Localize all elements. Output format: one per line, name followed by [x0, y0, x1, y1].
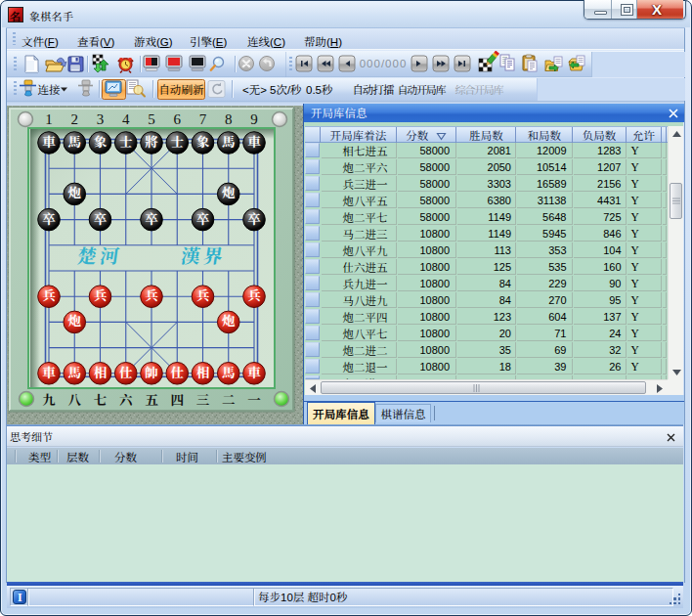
svg-text:車: 車: [42, 131, 56, 151]
svg-text:二: 二: [222, 389, 236, 409]
svg-text:將: 將: [145, 131, 158, 151]
svg-text:6: 6: [174, 111, 182, 127]
svg-text:9: 9: [250, 111, 258, 127]
svg-text:兵: 兵: [247, 285, 261, 304]
svg-text:五: 五: [145, 389, 158, 409]
svg-text:卒: 卒: [145, 208, 158, 228]
svg-text:四: 四: [171, 389, 185, 409]
svg-text:4: 4: [122, 111, 130, 127]
svg-text:九: 九: [42, 389, 56, 409]
svg-text:兵: 兵: [94, 285, 108, 304]
svg-text:卒: 卒: [196, 208, 210, 228]
svg-text:5: 5: [148, 111, 155, 127]
svg-text:帥: 帥: [145, 362, 158, 381]
svg-text:自动开局库: 自动开局库: [398, 81, 447, 97]
svg-text:7: 7: [199, 111, 207, 127]
svg-text:8: 8: [225, 111, 233, 127]
svg-text:兵: 兵: [42, 285, 56, 304]
svg-text:2: 2: [71, 111, 79, 127]
svg-text:自动打擂: 自动打擂: [353, 81, 396, 97]
svg-text:漢界: 漢界: [180, 241, 229, 269]
svg-text:馬: 馬: [222, 131, 236, 151]
svg-text:馬: 馬: [68, 131, 82, 151]
svg-text:仕: 仕: [119, 362, 133, 381]
svg-text:馬: 馬: [68, 362, 82, 381]
svg-text:1: 1: [45, 111, 53, 127]
svg-text:八: 八: [68, 389, 82, 409]
svg-text:炮: 炮: [222, 182, 236, 201]
svg-text:一: 一: [247, 389, 261, 409]
svg-text:車: 車: [42, 362, 56, 381]
svg-text:连接: 连接: [38, 81, 61, 97]
svg-text:卒: 卒: [94, 208, 108, 228]
svg-text:士: 士: [171, 131, 185, 151]
svg-text:楚河: 楚河: [76, 241, 125, 269]
svg-text:三: 三: [196, 389, 210, 409]
svg-text:<无>5次/秒0.5秒: <无>5次/秒0.5秒: [242, 81, 333, 97]
svg-text:馬: 馬: [222, 362, 236, 381]
svg-text:炮: 炮: [222, 310, 236, 330]
svg-text:000/000: 000/000: [360, 58, 408, 69]
svg-text:仕: 仕: [171, 362, 185, 381]
svg-text:卒: 卒: [42, 208, 56, 228]
svg-text:自动刷新: 自动刷新: [159, 81, 204, 97]
svg-text:兵: 兵: [145, 285, 158, 304]
svg-text:兵: 兵: [196, 285, 210, 304]
svg-text:卒: 卒: [247, 208, 261, 228]
svg-text:象: 象: [94, 131, 108, 151]
svg-text:3: 3: [97, 111, 105, 127]
svg-text:炮: 炮: [68, 310, 82, 330]
svg-text:車: 車: [247, 131, 261, 151]
svg-text:車: 車: [247, 362, 261, 381]
svg-text:综合开局库: 综合开局库: [455, 81, 504, 97]
svg-text:士: 士: [119, 131, 133, 151]
svg-text:七: 七: [94, 389, 108, 409]
svg-text:相: 相: [94, 362, 108, 381]
svg-text:相: 相: [196, 362, 210, 381]
svg-text:象: 象: [196, 131, 210, 151]
svg-text:六: 六: [119, 389, 133, 409]
svg-text:炮: 炮: [68, 182, 82, 201]
